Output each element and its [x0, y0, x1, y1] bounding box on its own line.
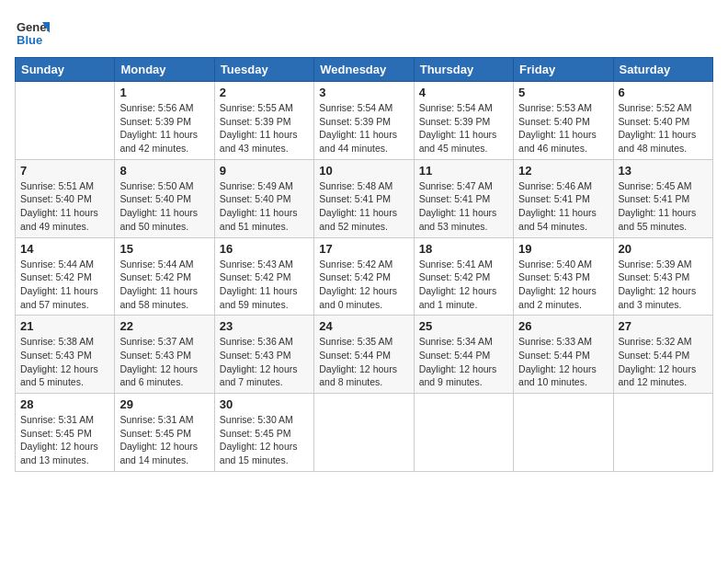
col-header-saturday: Saturday — [613, 58, 712, 82]
day-info: Sunrise: 5:34 AMSunset: 5:44 PMDaylight:… — [419, 335, 508, 389]
day-info: Sunrise: 5:51 AMSunset: 5:40 PMDaylight:… — [20, 179, 109, 234]
day-number: 23 — [220, 319, 309, 333]
day-number: 3 — [319, 86, 408, 99]
day-info: Sunrise: 5:44 AMSunset: 5:42 PMDaylight:… — [119, 258, 209, 312]
col-header-friday: Friday — [514, 58, 613, 82]
calendar-cell: 25Sunrise: 5:34 AMSunset: 5:44 PMDayligh… — [414, 316, 513, 394]
logo: General Blue — [15, 15, 50, 50]
calendar-cell: 29Sunrise: 5:31 AMSunset: 5:45 PMDayligh… — [115, 394, 214, 472]
calendar-cell — [613, 394, 712, 472]
calendar-cell: 15Sunrise: 5:44 AMSunset: 5:42 PMDayligh… — [115, 237, 214, 316]
calendar-cell: 30Sunrise: 5:30 AMSunset: 5:45 PMDayligh… — [214, 394, 313, 472]
day-number: 27 — [619, 319, 708, 333]
calendar-cell: 20Sunrise: 5:39 AMSunset: 5:43 PMDayligh… — [613, 237, 712, 316]
calendar-cell — [16, 82, 115, 160]
day-info: Sunrise: 5:52 AMSunset: 5:40 PMDaylight:… — [619, 101, 708, 155]
calendar-header-row: SundayMondayTuesdayWednesdayThursdayFrid… — [16, 58, 713, 82]
calendar-cell: 23Sunrise: 5:36 AMSunset: 5:43 PMDayligh… — [214, 316, 313, 394]
day-info: Sunrise: 5:50 AMSunset: 5:40 PMDaylight:… — [119, 179, 209, 234]
day-number: 26 — [518, 319, 608, 333]
day-info: Sunrise: 5:33 AMSunset: 5:44 PMDaylight:… — [518, 335, 608, 389]
calendar-cell: 9Sunrise: 5:49 AMSunset: 5:40 PMDaylight… — [214, 159, 313, 237]
day-number: 12 — [518, 164, 608, 178]
day-info: Sunrise: 5:56 AMSunset: 5:39 PMDaylight:… — [119, 101, 209, 155]
day-info: Sunrise: 5:45 AMSunset: 5:41 PMDaylight:… — [619, 179, 708, 234]
day-number: 22 — [119, 319, 209, 333]
day-number: 18 — [419, 242, 508, 256]
day-number: 2 — [220, 86, 309, 99]
day-number: 8 — [119, 164, 209, 178]
day-number: 14 — [20, 242, 109, 256]
day-info: Sunrise: 5:42 AMSunset: 5:42 PMDaylight:… — [319, 258, 408, 312]
day-number: 21 — [20, 319, 109, 333]
day-number: 25 — [419, 319, 508, 333]
calendar-cell: 16Sunrise: 5:43 AMSunset: 5:42 PMDayligh… — [214, 237, 313, 316]
calendar-cell — [514, 394, 613, 472]
calendar-cell — [314, 394, 414, 472]
calendar-cell: 1Sunrise: 5:56 AMSunset: 5:39 PMDaylight… — [115, 82, 214, 160]
day-info: Sunrise: 5:54 AMSunset: 5:39 PMDaylight:… — [419, 101, 508, 155]
col-header-wednesday: Wednesday — [314, 58, 414, 82]
day-info: Sunrise: 5:32 AMSunset: 5:44 PMDaylight:… — [619, 335, 708, 389]
calendar-cell: 5Sunrise: 5:53 AMSunset: 5:40 PMDaylight… — [514, 82, 613, 160]
day-info: Sunrise: 5:44 AMSunset: 5:42 PMDaylight:… — [20, 258, 109, 312]
calendar-cell: 8Sunrise: 5:50 AMSunset: 5:40 PMDaylight… — [115, 159, 214, 237]
calendar-cell: 11Sunrise: 5:47 AMSunset: 5:41 PMDayligh… — [414, 159, 513, 237]
day-number: 16 — [220, 242, 309, 256]
day-number: 9 — [220, 164, 309, 178]
day-number: 30 — [220, 397, 309, 411]
day-info: Sunrise: 5:30 AMSunset: 5:45 PMDaylight:… — [220, 413, 309, 467]
calendar-cell: 7Sunrise: 5:51 AMSunset: 5:40 PMDaylight… — [16, 159, 115, 237]
day-number: 17 — [319, 242, 408, 256]
day-info: Sunrise: 5:48 AMSunset: 5:41 PMDaylight:… — [319, 179, 408, 234]
calendar-week-5: 28Sunrise: 5:31 AMSunset: 5:45 PMDayligh… — [16, 394, 713, 472]
calendar-cell: 17Sunrise: 5:42 AMSunset: 5:42 PMDayligh… — [314, 237, 414, 316]
calendar-cell: 14Sunrise: 5:44 AMSunset: 5:42 PMDayligh… — [16, 237, 115, 316]
day-number: 10 — [319, 164, 408, 178]
day-info: Sunrise: 5:47 AMSunset: 5:41 PMDaylight:… — [419, 179, 508, 234]
col-header-monday: Monday — [115, 58, 214, 82]
day-number: 1 — [119, 86, 209, 99]
calendar-cell: 22Sunrise: 5:37 AMSunset: 5:43 PMDayligh… — [115, 316, 214, 394]
day-info: Sunrise: 5:53 AMSunset: 5:40 PMDaylight:… — [518, 101, 608, 155]
day-number: 20 — [619, 242, 708, 256]
col-header-tuesday: Tuesday — [214, 58, 313, 82]
day-info: Sunrise: 5:40 AMSunset: 5:43 PMDaylight:… — [518, 258, 608, 312]
calendar-cell: 13Sunrise: 5:45 AMSunset: 5:41 PMDayligh… — [613, 159, 712, 237]
page-header: General Blue — [15, 15, 713, 50]
calendar-week-4: 21Sunrise: 5:38 AMSunset: 5:43 PMDayligh… — [16, 316, 713, 394]
calendar-cell: 21Sunrise: 5:38 AMSunset: 5:43 PMDayligh… — [16, 316, 115, 394]
calendar-cell: 4Sunrise: 5:54 AMSunset: 5:39 PMDaylight… — [414, 82, 513, 160]
calendar-cell: 3Sunrise: 5:54 AMSunset: 5:39 PMDaylight… — [314, 82, 414, 160]
day-number: 19 — [518, 242, 608, 256]
day-number: 5 — [518, 86, 608, 99]
day-info: Sunrise: 5:39 AMSunset: 5:43 PMDaylight:… — [619, 258, 708, 312]
logo-icon: General Blue — [15, 15, 50, 50]
calendar-cell: 24Sunrise: 5:35 AMSunset: 5:44 PMDayligh… — [314, 316, 414, 394]
calendar-week-1: 1Sunrise: 5:56 AMSunset: 5:39 PMDaylight… — [16, 82, 713, 160]
col-header-thursday: Thursday — [414, 58, 513, 82]
calendar-cell: 6Sunrise: 5:52 AMSunset: 5:40 PMDaylight… — [613, 82, 712, 160]
calendar-week-2: 7Sunrise: 5:51 AMSunset: 5:40 PMDaylight… — [16, 159, 713, 237]
day-info: Sunrise: 5:49 AMSunset: 5:40 PMDaylight:… — [220, 179, 309, 234]
day-info: Sunrise: 5:43 AMSunset: 5:42 PMDaylight:… — [220, 258, 309, 312]
day-info: Sunrise: 5:35 AMSunset: 5:44 PMDaylight:… — [319, 335, 408, 389]
calendar-table: SundayMondayTuesdayWednesdayThursdayFrid… — [15, 57, 713, 472]
day-info: Sunrise: 5:36 AMSunset: 5:43 PMDaylight:… — [220, 335, 309, 389]
svg-text:Blue: Blue — [17, 33, 42, 47]
calendar-week-3: 14Sunrise: 5:44 AMSunset: 5:42 PMDayligh… — [16, 237, 713, 316]
calendar-cell: 27Sunrise: 5:32 AMSunset: 5:44 PMDayligh… — [613, 316, 712, 394]
day-number: 29 — [119, 397, 209, 411]
day-info: Sunrise: 5:41 AMSunset: 5:42 PMDaylight:… — [419, 258, 508, 312]
day-number: 7 — [20, 164, 109, 178]
day-number: 24 — [319, 319, 408, 333]
calendar-cell — [414, 394, 513, 472]
day-info: Sunrise: 5:55 AMSunset: 5:39 PMDaylight:… — [220, 101, 309, 155]
col-header-sunday: Sunday — [16, 58, 115, 82]
day-info: Sunrise: 5:31 AMSunset: 5:45 PMDaylight:… — [20, 413, 109, 467]
day-number: 11 — [419, 164, 508, 178]
day-info: Sunrise: 5:37 AMSunset: 5:43 PMDaylight:… — [119, 335, 209, 389]
calendar-cell: 26Sunrise: 5:33 AMSunset: 5:44 PMDayligh… — [514, 316, 613, 394]
calendar-cell: 18Sunrise: 5:41 AMSunset: 5:42 PMDayligh… — [414, 237, 513, 316]
calendar-cell: 10Sunrise: 5:48 AMSunset: 5:41 PMDayligh… — [314, 159, 414, 237]
